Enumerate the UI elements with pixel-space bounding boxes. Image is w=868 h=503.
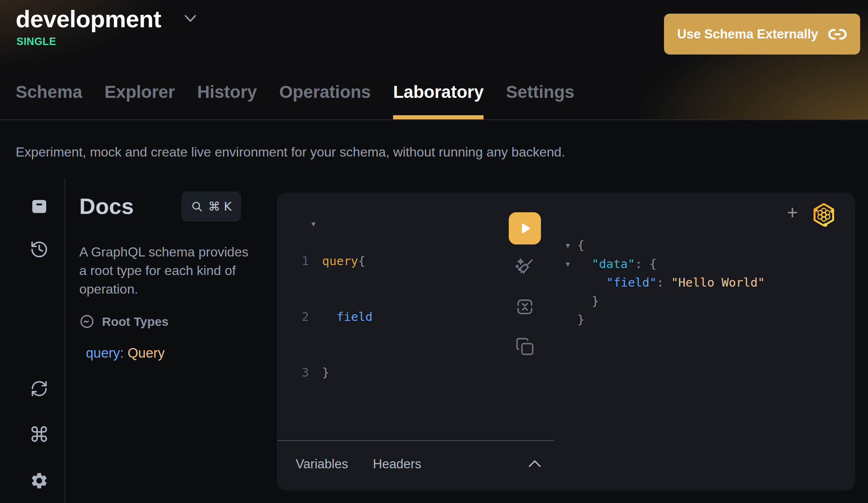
search-shortcut: ⌘ K	[208, 199, 232, 214]
main-tabs: Schema Explorer History Operations Labor…	[16, 82, 574, 119]
sidebar-divider	[64, 178, 65, 503]
fold-arrow-icon[interactable]: ▾	[566, 255, 577, 273]
graphql-hive-logo-icon[interactable]	[811, 202, 837, 228]
execute-query-button[interactable]	[509, 212, 541, 244]
docs-icon[interactable]	[27, 195, 51, 218]
response-line-3: "field": "Hello World"	[566, 273, 765, 292]
docs-description: A GraphQL schema provides a root type fo…	[79, 243, 254, 299]
fold-arrow-icon[interactable]: ▾	[566, 236, 577, 255]
query-line-2: field	[322, 308, 372, 326]
tab-schema[interactable]: Schema	[16, 82, 82, 119]
use-schema-externally-button[interactable]: Use Schema Externally	[664, 14, 860, 55]
header: development SINGLE Use Schema Externally…	[0, 0, 868, 120]
response-viewer: ▾ { ▾ "data": { "field": "Hello World" }…	[566, 236, 765, 329]
tab-settings[interactable]: Settings	[506, 82, 574, 119]
chevron-up-icon[interactable]	[528, 458, 542, 468]
settings-gear-icon[interactable]	[27, 469, 51, 493]
response-line-5: }	[566, 311, 765, 329]
tab-history[interactable]: History	[197, 82, 257, 119]
response-line-4: }	[566, 292, 765, 311]
response-line-2: ▾ "data": {	[566, 255, 765, 273]
play-icon	[518, 221, 532, 235]
docs-title: Docs	[79, 193, 134, 219]
query-editor[interactable]: query{ field }	[322, 215, 372, 419]
history-icon[interactable]	[27, 237, 51, 261]
use-schema-externally-label: Use Schema Externally	[677, 27, 818, 42]
project-title: development	[16, 5, 161, 33]
response-line-1: ▾ {	[566, 236, 765, 255]
root-types-section: Root Types	[79, 314, 168, 329]
add-tab-button[interactable]: +	[783, 203, 802, 221]
page-subtitle: Experiment, mock and create live environ…	[16, 145, 565, 160]
root-type-value: Query	[128, 345, 165, 361]
query-line-1: query{	[322, 252, 372, 270]
tab-headers[interactable]: Headers	[373, 457, 421, 472]
environment-badge: SINGLE	[17, 36, 56, 47]
tab-operations[interactable]: Operations	[279, 82, 371, 119]
root-types-label: Root Types	[102, 315, 168, 329]
query-line-numbers: 1 2 3	[277, 215, 309, 419]
bottom-bar-divider	[277, 440, 554, 441]
shortcuts-icon[interactable]: ⌘	[27, 423, 51, 447]
docs-search-button[interactable]: ⌘ K	[182, 192, 241, 221]
search-icon	[191, 200, 203, 213]
root-type-separator: :	[120, 345, 128, 361]
link-icon	[828, 27, 847, 41]
tab-laboratory[interactable]: Laboratory	[393, 82, 484, 119]
copy-icon[interactable]	[513, 335, 537, 358]
root-type-query-link[interactable]: query: Query	[86, 345, 165, 361]
merge-fragments-icon[interactable]	[513, 295, 537, 319]
tab-variables[interactable]: Variables	[296, 457, 348, 472]
fold-arrow-icon[interactable]: ▾	[311, 215, 315, 233]
chevron-down-icon[interactable]	[183, 13, 197, 24]
root-types-icon	[79, 314, 95, 329]
reload-icon[interactable]	[27, 377, 51, 401]
tab-explorer[interactable]: Explorer	[104, 82, 175, 119]
root-type-name: query	[86, 345, 120, 361]
query-line-3: }	[322, 363, 372, 382]
prettify-icon[interactable]	[513, 255, 537, 279]
graphiql-panel: 1 2 3 ▾ query{ field }	[277, 192, 855, 491]
